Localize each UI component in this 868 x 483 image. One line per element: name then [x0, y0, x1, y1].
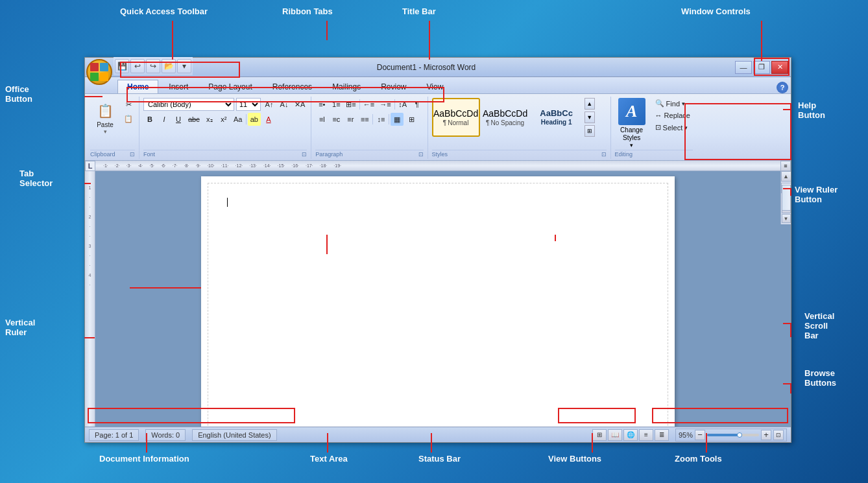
page-border: [208, 183, 668, 427]
bullets-button[interactable]: ≡•: [315, 98, 328, 111]
paste-button[interactable]: 📋 Paste ▾: [90, 98, 120, 137]
tab-mailings[interactable]: Mailings: [322, 80, 370, 93]
strikethrough-button[interactable]: abc: [186, 113, 202, 126]
style-scroll-up[interactable]: ▲: [585, 98, 595, 110]
style-no-spacing-button[interactable]: AaBbCcDd ¶No Spacing: [481, 98, 529, 137]
style-heading1-button[interactable]: AaBbCc Heading 1: [531, 98, 583, 137]
zoom-out-button[interactable]: −: [695, 430, 705, 440]
horizontal-ruler: ·1··2··3··4··5··6··7··8··9··10··11··12··…: [95, 161, 780, 171]
sort-button[interactable]: ↕A: [396, 98, 409, 111]
paragraph-label: Paragraph ⊡: [315, 150, 423, 158]
font-expand[interactable]: ⊡: [302, 151, 307, 158]
print-layout-button[interactable]: ⊞: [592, 429, 607, 441]
superscript-button[interactable]: x²: [217, 113, 230, 126]
font-name-select[interactable]: Calibri (Body): [143, 98, 234, 111]
align-left-button[interactable]: ≡l: [315, 113, 328, 126]
redo-button[interactable]: ↪: [146, 59, 160, 73]
increase-indent-button[interactable]: →≡: [378, 98, 392, 111]
paste-label: Paste: [97, 121, 114, 128]
zoom-dialog-button[interactable]: ⊡: [773, 430, 784, 440]
style-scroll-down[interactable]: ▼: [585, 112, 595, 123]
browse-down-button[interactable]: ▼: [782, 214, 791, 223]
tab-page-layout[interactable]: Page Layout: [199, 80, 261, 93]
tab-home[interactable]: Home: [117, 80, 158, 93]
borders-button[interactable]: ⊞: [405, 113, 418, 126]
change-case-button[interactable]: Aa: [232, 113, 245, 126]
styles-label: Styles ⊡: [432, 150, 607, 158]
vscroll-arrow1: [790, 324, 791, 337]
office-quad-yellow: [100, 73, 108, 81]
draft-view-button[interactable]: ≣: [655, 429, 669, 441]
page-area: ·1··2··3··4··5··6··7··8··9··10··11··12··…: [95, 161, 780, 427]
line-spacing-button[interactable]: ↕≡: [374, 113, 387, 126]
outline-view-button[interactable]: ≡: [639, 429, 653, 441]
style-scroll-more[interactable]: ⊞: [585, 125, 595, 137]
paste-dropdown[interactable]: ▾: [104, 128, 107, 135]
align-center-button[interactable]: ≡c: [330, 113, 343, 126]
bold-button[interactable]: B: [143, 113, 156, 126]
undo-button[interactable]: ↩: [130, 59, 145, 73]
styles-expand[interactable]: ⊡: [601, 151, 607, 158]
align-right-button[interactable]: ≡r: [344, 113, 357, 126]
open-button[interactable]: 📂: [162, 59, 176, 73]
shading-button[interactable]: ▦: [391, 113, 404, 126]
font-color-button[interactable]: A: [262, 113, 275, 126]
change-styles-dropdown[interactable]: ▾: [630, 142, 633, 148]
full-reading-button[interactable]: 📖: [608, 429, 622, 441]
format-painter-button[interactable]: ✂: [122, 98, 135, 111]
show-hide-button[interactable]: ¶: [411, 98, 424, 111]
scroll-up-button[interactable]: ▲: [781, 171, 791, 182]
paragraph-expand[interactable]: ⊡: [418, 151, 424, 158]
select-dropdown[interactable]: ▾: [684, 124, 688, 131]
office-quad-blue: [100, 63, 108, 71]
change-styles-button[interactable]: A ChangeStyles ▾: [615, 98, 649, 148]
window-controls-label: Window Controls: [681, 6, 751, 16]
justify-button[interactable]: ≡≡: [358, 113, 371, 126]
save-button[interactable]: 💾: [115, 59, 129, 73]
tab-insert[interactable]: Insert: [159, 80, 198, 93]
multilevel-list-button[interactable]: ⊞≡: [344, 98, 357, 111]
select-button[interactable]: ⊡ Select ▾: [653, 122, 693, 133]
office-button[interactable]: [86, 59, 112, 85]
tab-view[interactable]: View: [417, 80, 453, 93]
zoom-slider-thumb[interactable]: [737, 432, 742, 438]
vertical-ruler-label: VerticalRuler: [5, 318, 35, 337]
tab-references[interactable]: References: [263, 80, 322, 93]
vertical-scrollbar[interactable]: ▲ ▼ ▲ ● ▼: [780, 171, 791, 224]
ribbon-tabs-bar: Home Insert Page Layout References Maili…: [85, 77, 791, 94]
increase-font-button[interactable]: A↑: [263, 98, 276, 111]
quick-access-dropdown[interactable]: ▾: [177, 59, 191, 73]
help-button[interactable]: ?: [777, 82, 788, 93]
page-white[interactable]: [201, 176, 675, 427]
view-ruler-button[interactable]: ≡: [780, 161, 791, 171]
font-size-select[interactable]: 11: [236, 98, 261, 111]
web-layout-button[interactable]: 🌐: [623, 429, 638, 441]
find-dropdown[interactable]: ▾: [682, 100, 685, 107]
decrease-font-button[interactable]: A↓: [278, 98, 291, 111]
tab-review[interactable]: Review: [371, 80, 416, 93]
clipboard-small-btn[interactable]: 📋: [122, 112, 135, 125]
find-button[interactable]: 🔍 Find ▾: [653, 98, 693, 109]
office-button-inner: [90, 63, 108, 81]
underline-button[interactable]: U: [172, 113, 185, 126]
zoom-slider[interactable]: [707, 434, 759, 436]
view-buttons: ⊞ 📖 🌐 ≡ ≣: [592, 429, 669, 441]
italic-button[interactable]: I: [158, 113, 171, 126]
numbering-button[interactable]: 1≡: [330, 98, 343, 111]
replace-button[interactable]: ↔ Replace: [653, 110, 693, 121]
minimize-button[interactable]: —: [735, 61, 752, 74]
zoom-in-button[interactable]: +: [761, 430, 771, 440]
change-styles-label: ChangeStyles: [620, 126, 643, 142]
text-area-label: Text Area: [310, 454, 348, 464]
close-button[interactable]: ✕: [771, 61, 788, 74]
decrease-indent-button[interactable]: ←≡: [361, 98, 376, 111]
clipboard-expand[interactable]: ⊡: [130, 151, 135, 158]
clear-format-button[interactable]: ✕A: [293, 98, 307, 111]
restore-button[interactable]: ❐: [753, 61, 770, 74]
tab-selector[interactable]: L: [85, 161, 95, 171]
highlight-button[interactable]: ab: [248, 113, 261, 126]
subscript-button[interactable]: x₂: [203, 113, 216, 126]
page-document[interactable]: [95, 171, 780, 427]
style-normal-button[interactable]: AaBbCcDd ¶Normal: [432, 98, 480, 137]
zoom-section: 95% − + ⊡: [675, 429, 787, 442]
